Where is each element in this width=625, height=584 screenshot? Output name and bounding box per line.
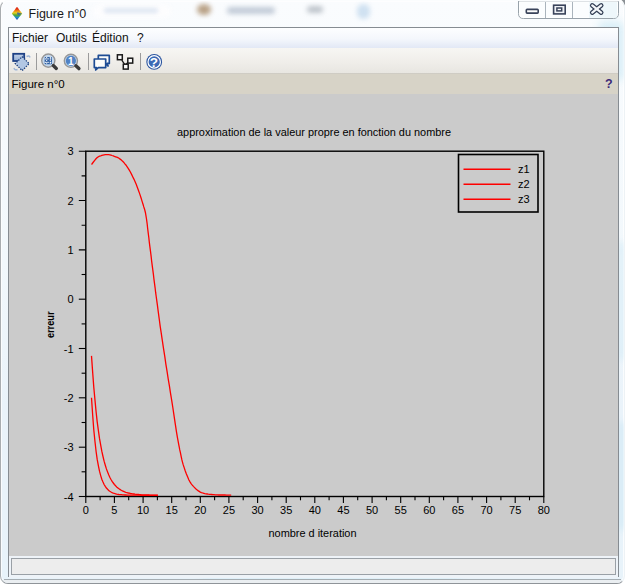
svg-text:50: 50 [366,504,378,516]
svg-text:1: 1 [68,55,74,66]
svg-text:erreur: erreur [46,311,57,338]
svg-text:z3: z3 [518,193,530,205]
svg-text:1: 1 [67,244,73,256]
svg-text:0: 0 [67,293,73,305]
svg-text:70: 70 [480,504,492,516]
svg-text:40: 40 [309,504,321,516]
svg-text:20: 20 [194,504,206,516]
svg-text:-2: -2 [64,392,74,404]
svg-text:-4: -4 [64,491,74,503]
svg-text:35: 35 [280,504,292,516]
svg-text:z1: z1 [518,163,530,175]
svg-text:5: 5 [111,504,117,516]
svg-text:z2: z2 [518,178,530,190]
svg-text:approximation de la valeur pro: approximation de la valeur propre en fon… [177,126,451,138]
svg-text:25: 25 [223,504,235,516]
svg-text:80: 80 [538,504,550,516]
svg-text:60: 60 [423,504,435,516]
svg-text:10: 10 [137,504,149,516]
svg-text:-1: -1 [64,343,74,355]
svg-text:3: 3 [67,145,73,157]
svg-text:65: 65 [452,504,464,516]
svg-text:nombre d iteration: nombre d iteration [269,527,357,539]
svg-text:75: 75 [509,504,521,516]
svg-text:55: 55 [395,504,407,516]
svg-text:?: ? [150,54,158,69]
svg-text:0: 0 [83,504,89,516]
svg-text:2: 2 [67,195,73,207]
svg-text:-3: -3 [64,441,74,453]
svg-text:45: 45 [337,504,349,516]
svg-text:15: 15 [166,504,178,516]
svg-text:30: 30 [251,504,263,516]
